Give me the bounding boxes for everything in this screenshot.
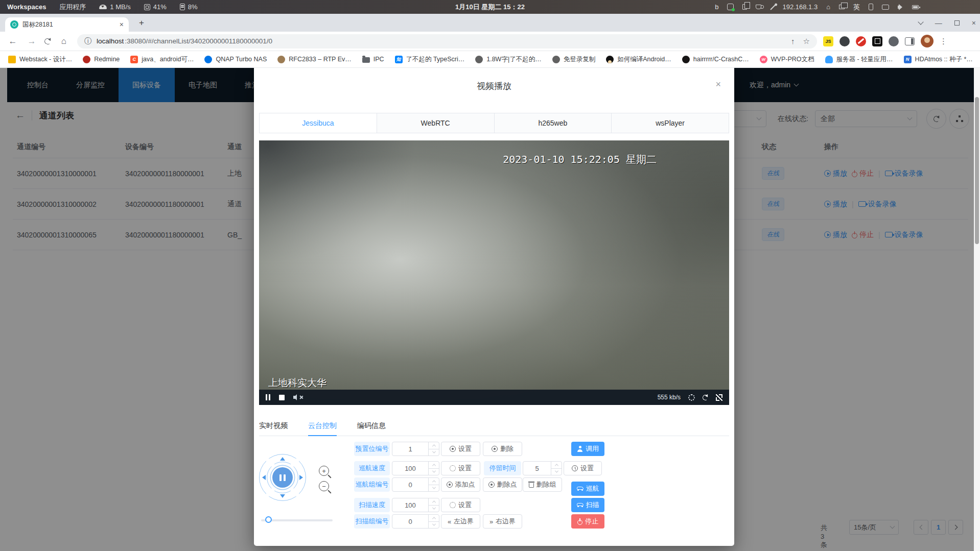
ptz-stop-button[interactable]: 停止 <box>571 514 604 529</box>
tab-encoding-info[interactable]: 编码信息 <box>357 421 386 435</box>
ptz-down-arrow[interactable] <box>280 494 285 498</box>
browser-menu-button[interactable]: ⋮ <box>940 37 947 46</box>
bookmark-item[interactable]: QNAP Turbo NAS <box>204 56 267 63</box>
bookmark-item[interactable]: 免登录复制 <box>552 55 596 64</box>
volume-tray-icon[interactable] <box>898 6 900 9</box>
site-info-icon[interactable]: ⓘ <box>84 37 91 46</box>
browser-reload-button[interactable] <box>44 37 52 45</box>
window-close-button[interactable]: × <box>972 19 976 27</box>
clipboard-tray-icon[interactable] <box>742 4 747 10</box>
bookmark-item[interactable]: hairrrrr/C-CrashC… <box>682 56 749 63</box>
battery-tray-icon[interactable] <box>912 5 919 9</box>
bookmark-item[interactable]: 1.8W字|了不起的… <box>475 55 541 64</box>
number-spinner[interactable] <box>428 515 439 528</box>
new-tab-button[interactable]: + <box>135 18 148 28</box>
tab-h265web[interactable]: h265web <box>494 113 612 133</box>
tab-live-video[interactable]: 实时视频 <box>259 421 288 435</box>
scan-speed-input[interactable]: 100 <box>392 498 439 512</box>
tab-jessibuca[interactable]: Jessibuca <box>260 113 377 133</box>
display-tray-icon[interactable] <box>882 5 889 10</box>
bitrate-label: 555 kb/s <box>658 394 681 401</box>
caffeine-tray-icon[interactable] <box>756 5 761 9</box>
cruise-speed-set-button[interactable]: 设置 <box>441 461 480 475</box>
dialog-close-button[interactable]: × <box>715 79 721 90</box>
trash-icon <box>529 483 534 488</box>
browser-home-button[interactable]: ⌂ <box>58 36 70 46</box>
preset-number-input[interactable]: 1 <box>392 442 439 456</box>
scrollbar-thumb[interactable] <box>975 97 979 244</box>
search-tray-icon[interactable]: b <box>715 3 718 11</box>
bookmark-item[interactable]: 知了不起的 TypeScri… <box>395 55 465 64</box>
tab-wsplayer[interactable]: wsPlayer <box>611 113 729 133</box>
tab-ptz-control[interactable]: 云台控制 <box>308 421 337 436</box>
address-bar[interactable]: ⓘ localhost :38080/#/channelList/3402000… <box>77 34 817 49</box>
player-settings-icon[interactable] <box>688 394 695 401</box>
ip-address-indicator[interactable]: 192.168.1.3 <box>782 3 818 11</box>
extension-square-icon[interactable] <box>872 36 882 46</box>
number-spinner[interactable] <box>428 462 439 475</box>
extensions-puzzle-icon[interactable] <box>889 36 899 46</box>
device-connect-tray-icon[interactable] <box>869 4 873 10</box>
input-method-indicator[interactable]: 英 <box>853 3 860 12</box>
window-minimize-button[interactable]: — <box>935 19 942 27</box>
video-timestamp-overlay: 2023-01-10 15:22:05 星期二 <box>503 153 657 166</box>
bookmark-item[interactable]: Webstack - 设计… <box>8 55 72 64</box>
bookmark-label: hairrrrr/C-CrashC… <box>693 56 749 63</box>
color-picker-tray-icon[interactable] <box>771 4 776 10</box>
share-icon[interactable]: ↑ <box>791 37 795 46</box>
side-panel-icon[interactable] <box>905 37 915 45</box>
number-spinner[interactable] <box>428 498 439 512</box>
tab-search-chevron-icon[interactable] <box>918 19 923 25</box>
ptz-up-arrow[interactable] <box>280 457 285 461</box>
bookmark-folder[interactable]: IPC <box>362 56 384 63</box>
bookmark-item[interactable]: RFC2833 – RTP Ev… <box>277 56 352 63</box>
player-refresh-icon[interactable] <box>702 394 709 400</box>
right-boundary-button[interactable]: »右边界 <box>483 514 522 529</box>
stay-time-input[interactable]: 5 <box>523 461 562 475</box>
scan-speed-set-button[interactable]: 设置 <box>441 498 480 512</box>
bookmark-label: HDAtmos :: 种子 *… <box>915 55 973 64</box>
number-spinner[interactable] <box>428 442 439 456</box>
home-tray-icon[interactable]: ⌂ <box>826 3 830 11</box>
extension-js-icon[interactable]: JS <box>823 36 833 46</box>
number-spinner[interactable] <box>428 478 439 491</box>
left-boundary-button[interactable]: «左边界 <box>441 514 480 529</box>
cruise-speed-input[interactable]: 100 <box>392 461 439 475</box>
video-player[interactable]: 2023-01-10 15:22:05 星期二 上地科实大华 555 kb/s <box>259 140 729 405</box>
preset-call-button[interactable]: 调用 <box>571 442 604 456</box>
pause-button[interactable] <box>266 394 270 400</box>
preset-set-button[interactable]: 设置 <box>441 442 480 456</box>
stop-playback-button[interactable] <box>279 395 285 400</box>
notification-tray-icon[interactable] <box>727 4 734 10</box>
delete-group-button[interactable]: 删除组 <box>523 477 562 492</box>
extension-adblock-icon[interactable] <box>856 36 866 46</box>
mute-button[interactable] <box>293 396 302 399</box>
scan-start-button[interactable]: 扫描 <box>571 498 604 512</box>
bookmark-item[interactable]: Redmine <box>83 56 120 63</box>
add-point-button[interactable]: 添加点 <box>441 477 480 492</box>
browser-back-button[interactable]: ← <box>7 36 19 46</box>
tab-webrtc[interactable]: WebRTC <box>377 113 494 133</box>
stay-time-set-button[interactable]: 设置 <box>564 461 602 475</box>
delete-point-button[interactable]: 删除点 <box>483 477 522 492</box>
tab-close-button[interactable]: × <box>120 20 124 29</box>
fullscreen-icon[interactable] <box>716 394 722 401</box>
cruise-start-button[interactable]: 巡航 <box>571 482 604 496</box>
number-spinner[interactable] <box>551 462 562 475</box>
bookmark-item[interactable]: WWVP-PRO文档 <box>760 55 814 64</box>
browser-forward-button[interactable]: → <box>26 36 38 46</box>
bookmark-item[interactable]: 如何编译Android… <box>606 55 671 64</box>
bookmark-item[interactable]: 服务器 - 轻量应用… <box>825 55 893 64</box>
cruise-group-input[interactable]: 0 <box>392 477 439 492</box>
bookmark-item[interactable]: NHDAtmos :: 种子 *… <box>904 55 973 64</box>
bookmark-star-icon[interactable]: ☆ <box>803 37 810 46</box>
preset-delete-button[interactable]: 删除 <box>483 442 522 456</box>
window-maximize-button[interactable] <box>954 20 960 26</box>
scan-group-input[interactable]: 0 <box>392 514 439 529</box>
window-switcher-tray-icon[interactable] <box>839 5 845 9</box>
bookmark-item[interactable]: Cjava、android可… <box>130 55 194 64</box>
profile-avatar[interactable] <box>921 35 934 47</box>
page-scrollbar[interactable] <box>974 68 980 551</box>
extension-key-icon[interactable] <box>839 36 850 46</box>
browser-tab[interactable]: 国标28181 × <box>5 17 129 32</box>
